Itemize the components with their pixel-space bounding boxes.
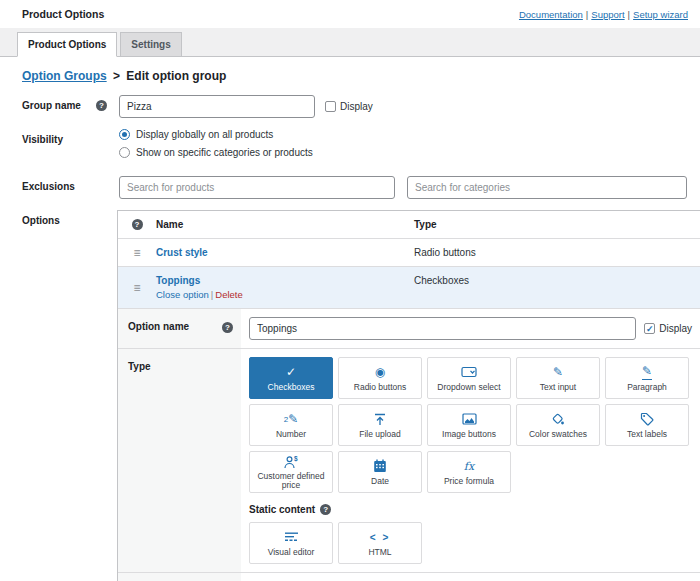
exclusions-row: Exclusions bbox=[22, 176, 690, 199]
static-content-tiles: Visual editor < > HTML bbox=[249, 522, 692, 564]
options-label: Options bbox=[22, 215, 60, 226]
tab-settings[interactable]: Settings bbox=[120, 32, 181, 57]
dropdown-icon bbox=[461, 365, 477, 380]
exclusions-label: Exclusions bbox=[22, 181, 75, 192]
setup-wizard-link[interactable]: Setup wizard bbox=[633, 9, 688, 20]
help-icon[interactable]: ? bbox=[96, 100, 107, 111]
link-separator: | bbox=[628, 9, 630, 20]
tab-product-options[interactable]: Product Options bbox=[17, 32, 117, 57]
table-row: ≡ Toppings Close option|Delete Checkboxe… bbox=[118, 267, 700, 308]
support-link[interactable]: Support bbox=[591, 9, 624, 20]
exclusions-categories-input[interactable] bbox=[407, 176, 687, 199]
checkbox-icon: ✓ bbox=[286, 365, 296, 380]
group-name-label: Group name bbox=[22, 100, 81, 111]
tile-number[interactable]: 2✎ Number bbox=[249, 404, 333, 446]
droplet-icon bbox=[551, 412, 565, 427]
main-content: Option Groups > Edit option group Group … bbox=[0, 57, 700, 581]
radio-icon bbox=[119, 147, 130, 158]
group-name-row: Group name ? Display bbox=[22, 95, 690, 118]
calendar-icon bbox=[373, 459, 387, 474]
breadcrumb-current: Edit option group bbox=[126, 69, 226, 83]
options-col-type: Type bbox=[414, 219, 700, 230]
actions-separator: | bbox=[211, 289, 213, 300]
tile-price-formula[interactable]: fx Price formula bbox=[427, 451, 511, 493]
options-row: Options ? Name Type ≡ Crust style Radio … bbox=[22, 210, 690, 581]
static-content-label: Static content ? bbox=[249, 504, 692, 515]
svg-text:$: $ bbox=[294, 455, 298, 463]
visual-editor-icon bbox=[284, 530, 299, 545]
radio-selected-icon bbox=[119, 129, 130, 140]
help-icon[interactable]: ? bbox=[320, 504, 331, 515]
image-icon bbox=[462, 412, 477, 427]
tile-file-upload[interactable]: File upload bbox=[338, 404, 422, 446]
options-col-name: Name bbox=[156, 219, 414, 230]
checked-checkbox-icon bbox=[644, 323, 655, 334]
breadcrumb: Option Groups > Edit option group bbox=[22, 69, 690, 83]
group-name-input[interactable] bbox=[119, 95, 315, 118]
formula-icon: fx bbox=[464, 459, 474, 474]
options-table: ? Name Type ≡ Crust style Radio buttons … bbox=[117, 210, 700, 581]
drag-handle-icon[interactable]: ≡ bbox=[133, 283, 140, 293]
group-display-checkbox[interactable]: Display bbox=[325, 101, 373, 112]
option-name-label: Option name bbox=[128, 321, 189, 332]
html-icon: < > bbox=[370, 530, 390, 545]
option-crust-style-link[interactable]: Crust style bbox=[156, 247, 414, 258]
group-display-label: Display bbox=[340, 101, 373, 112]
page-title: Product Options bbox=[22, 8, 104, 20]
close-option-link[interactable]: Close option bbox=[156, 289, 209, 300]
help-icon[interactable]: ? bbox=[132, 219, 143, 230]
drag-handle-icon[interactable]: ≡ bbox=[133, 248, 140, 258]
type-tiles: ✓ Checkboxes ◉ Radio buttons Dropdown se… bbox=[249, 357, 692, 493]
tag-icon bbox=[640, 412, 654, 427]
tile-checkboxes[interactable]: ✓ Checkboxes bbox=[249, 357, 333, 399]
table-row: ≡ Crust style Radio buttons bbox=[118, 239, 700, 267]
visibility-label: Visibility bbox=[22, 134, 63, 145]
row-actions: Close option|Delete bbox=[156, 289, 414, 300]
option-toppings-link[interactable]: Toppings bbox=[156, 275, 200, 286]
tab-strip: Product Options Settings bbox=[0, 28, 700, 57]
option-type-value: Radio buttons bbox=[414, 247, 700, 258]
type-editor-row: Type ✓ Checkboxes ◉ Radio buttons bbox=[118, 348, 700, 572]
option-type-value: Checkboxes bbox=[414, 275, 700, 286]
pencil-icon: ✎ bbox=[553, 365, 563, 380]
product-options-page: Product Options Documentation|Support|Se… bbox=[0, 0, 700, 581]
tile-text-labels[interactable]: Text labels bbox=[605, 404, 689, 446]
options-table-header: ? Name Type bbox=[118, 211, 700, 239]
tile-visual-editor[interactable]: Visual editor bbox=[249, 522, 333, 564]
type-label: Type bbox=[128, 361, 151, 372]
visibility-option-label: Show on specific categories or products bbox=[136, 147, 313, 158]
documentation-link[interactable]: Documentation bbox=[519, 9, 583, 20]
checkbox-icon bbox=[325, 101, 336, 112]
tile-radio-buttons[interactable]: ◉ Radio buttons bbox=[338, 357, 422, 399]
tile-paragraph[interactable]: ✎ Paragraph bbox=[605, 357, 689, 399]
radio-icon: ◉ bbox=[375, 365, 385, 380]
paragraph-icon: ✎ bbox=[642, 365, 652, 380]
upload-icon bbox=[373, 412, 387, 427]
tile-color-swatches[interactable]: Color swatches bbox=[516, 404, 600, 446]
option-name-editor-row: Option name ? Display bbox=[118, 308, 700, 348]
tile-image-buttons[interactable]: Image buttons bbox=[427, 404, 511, 446]
person-dollar-icon: $ bbox=[283, 454, 299, 469]
tile-dropdown-select[interactable]: Dropdown select bbox=[427, 357, 511, 399]
option-display-label: Display bbox=[659, 323, 692, 334]
help-icon[interactable]: ? bbox=[222, 322, 233, 333]
header-links: Documentation|Support|Setup wizard bbox=[519, 9, 688, 20]
number-icon: 2✎ bbox=[284, 412, 299, 427]
option-display-checkbox[interactable]: Display bbox=[644, 323, 692, 334]
breadcrumb-separator: > bbox=[113, 69, 120, 83]
visibility-option-label: Display globally on all products bbox=[136, 129, 273, 140]
tile-customer-defined-price[interactable]: $ Customer defined price bbox=[249, 451, 333, 493]
link-separator: | bbox=[586, 9, 588, 20]
exclusions-products-input[interactable] bbox=[119, 176, 395, 199]
option-name-input[interactable] bbox=[249, 317, 636, 340]
option-groups-link[interactable]: Option Groups bbox=[22, 69, 107, 83]
tile-date[interactable]: Date bbox=[338, 451, 422, 493]
top-bar: Product Options Documentation|Support|Se… bbox=[0, 0, 700, 28]
tile-html[interactable]: < > HTML bbox=[338, 522, 422, 564]
tile-text-input[interactable]: ✎ Text input bbox=[516, 357, 600, 399]
choices-editor-row: Choices ? Label ? Price Type Pri bbox=[118, 572, 700, 581]
delete-option-link[interactable]: Delete bbox=[215, 289, 242, 300]
visibility-radio-specific[interactable]: Show on specific categories or products bbox=[119, 147, 313, 158]
visibility-row: Visibility Display globally on all produ… bbox=[22, 129, 690, 165]
visibility-radio-global[interactable]: Display globally on all products bbox=[119, 129, 273, 140]
